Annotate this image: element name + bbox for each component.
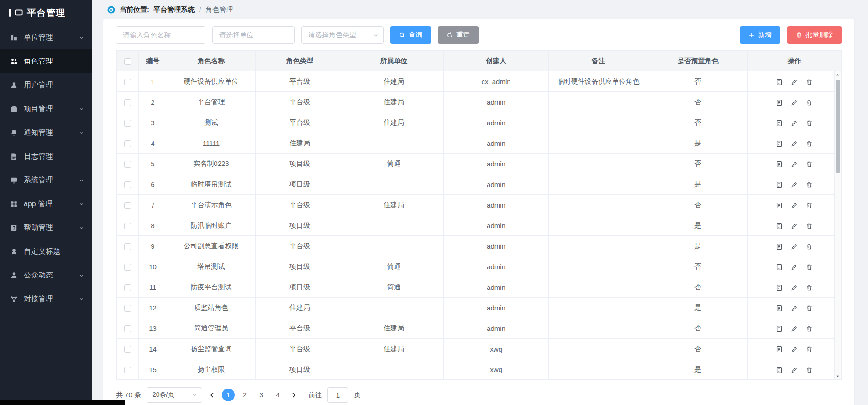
delete-button[interactable] (806, 284, 813, 291)
sidebar-item-roles[interactable]: 角色管理 (0, 49, 92, 73)
reset-button[interactable]: 重置 (438, 26, 479, 44)
detail-button[interactable] (776, 325, 783, 332)
detail-button[interactable] (776, 346, 783, 353)
delete-button[interactable] (806, 140, 813, 147)
delete-button[interactable] (806, 161, 813, 168)
goto-label: 前往 (308, 391, 322, 400)
delete-button[interactable] (806, 202, 813, 209)
row-checkbox[interactable] (124, 140, 131, 147)
detail-button[interactable] (776, 79, 783, 85)
roles-icon (10, 58, 18, 65)
row-checkbox[interactable] (124, 325, 131, 332)
table-row: 13简通管理员平台级住建局admin否 (117, 318, 841, 339)
batch-delete-button[interactable]: 批量删除 (787, 26, 842, 44)
row-checkbox[interactable] (124, 367, 131, 373)
detail-button[interactable] (776, 140, 783, 147)
edit-button[interactable] (791, 305, 798, 312)
sidebar-item-log[interactable]: 日志管理 (0, 144, 92, 168)
detail-button[interactable] (776, 305, 783, 312)
edit-button[interactable] (791, 79, 798, 85)
row-checkbox[interactable] (124, 305, 131, 312)
edit-button[interactable] (791, 140, 798, 147)
sidebar-item-user[interactable]: 用户管理 (0, 73, 92, 97)
delete-button[interactable] (806, 99, 813, 106)
page-size-select[interactable]: 20条/页 (147, 387, 202, 403)
scroll-down-button[interactable] (835, 373, 841, 379)
page-button-2[interactable]: 2 (238, 389, 251, 401)
row-checkbox[interactable] (124, 99, 131, 106)
row-checkbox[interactable] (124, 202, 131, 209)
row-checkbox[interactable] (124, 79, 131, 85)
page-button-4[interactable]: 4 (271, 389, 284, 401)
page-button-1[interactable]: 1 (222, 389, 235, 401)
sidebar-item-connect[interactable]: 对接管理 (0, 287, 92, 311)
row-checkbox[interactable] (124, 284, 131, 291)
search-button[interactable]: 查询 (390, 26, 431, 44)
role-name-input[interactable] (116, 26, 205, 44)
select-all-checkbox[interactable] (124, 58, 131, 65)
detail-button[interactable] (776, 202, 783, 209)
detail-button[interactable] (776, 161, 783, 168)
edit-button[interactable] (791, 325, 798, 332)
row-checkbox[interactable] (124, 181, 131, 188)
breadcrumb-root[interactable]: 平台管理系统 (153, 5, 195, 14)
row-checkbox[interactable] (124, 346, 131, 353)
role-type-select[interactable]: 请选择角色类型 (301, 26, 384, 44)
detail-button[interactable] (776, 367, 783, 373)
detail-button[interactable] (776, 264, 783, 271)
sidebar-item-app[interactable]: app 管理 (0, 192, 92, 216)
detail-button[interactable] (776, 120, 783, 127)
sidebar-item-public[interactable]: 公众动态 (0, 263, 92, 287)
edit-button[interactable] (791, 264, 798, 271)
row-checkbox[interactable] (124, 223, 131, 229)
edit-button[interactable] (791, 223, 798, 229)
delete-button[interactable] (806, 181, 813, 188)
prev-page-button[interactable] (208, 392, 216, 399)
row-checkbox[interactable] (124, 161, 131, 168)
sidebar-item-help[interactable]: 帮助管理 (0, 216, 92, 240)
edit-button[interactable] (791, 284, 798, 291)
edit-button[interactable] (791, 99, 798, 106)
edit-button[interactable] (791, 120, 798, 127)
next-page-button[interactable] (289, 392, 298, 399)
page-button-3[interactable]: 3 (255, 389, 268, 401)
delete-button[interactable] (806, 223, 813, 229)
sidebar-item-custom-title[interactable]: 自定义标题 (0, 240, 92, 263)
delete-button[interactable] (806, 79, 813, 85)
detail-button[interactable] (776, 243, 783, 250)
row-checkbox[interactable] (124, 120, 131, 127)
edit-button[interactable] (791, 161, 798, 168)
add-button[interactable]: 新增 (740, 26, 780, 44)
delete-button[interactable] (806, 305, 813, 312)
sidebar-item-system[interactable]: 系统管理 (0, 168, 92, 192)
edit-icon (791, 202, 798, 209)
scroll-up-button[interactable] (835, 71, 841, 78)
table-scrollbar[interactable] (834, 71, 841, 379)
edit-button[interactable] (791, 346, 798, 353)
detail-button[interactable] (776, 284, 783, 291)
sidebar-item-notify[interactable]: 通知管理 (0, 121, 92, 144)
edit-button[interactable] (791, 367, 798, 373)
unit-input[interactable] (212, 26, 295, 44)
delete-button[interactable] (806, 243, 813, 250)
detail-button[interactable] (776, 181, 783, 188)
edit-button[interactable] (791, 202, 798, 209)
sidebar-item-project[interactable]: 项目管理 (0, 97, 92, 121)
delete-button[interactable] (806, 325, 813, 332)
detail-button[interactable] (776, 99, 783, 106)
detail-button[interactable] (776, 223, 783, 229)
delete-button[interactable] (806, 120, 813, 127)
delete-button[interactable] (806, 367, 813, 373)
delete-button[interactable] (806, 346, 813, 353)
edit-button[interactable] (791, 243, 798, 250)
goto-page-input[interactable] (327, 387, 348, 403)
table-row: 12质监站角色住建局admin是 (117, 298, 841, 318)
detail-icon (776, 181, 783, 188)
sidebar-item-label: 日志管理 (24, 152, 53, 161)
edit-button[interactable] (791, 181, 798, 188)
scrollbar-thumb[interactable] (836, 80, 840, 173)
sidebar-item-org[interactable]: 单位管理 (0, 26, 92, 49)
row-checkbox[interactable] (124, 243, 131, 250)
row-checkbox[interactable] (124, 264, 131, 271)
delete-button[interactable] (806, 264, 813, 271)
